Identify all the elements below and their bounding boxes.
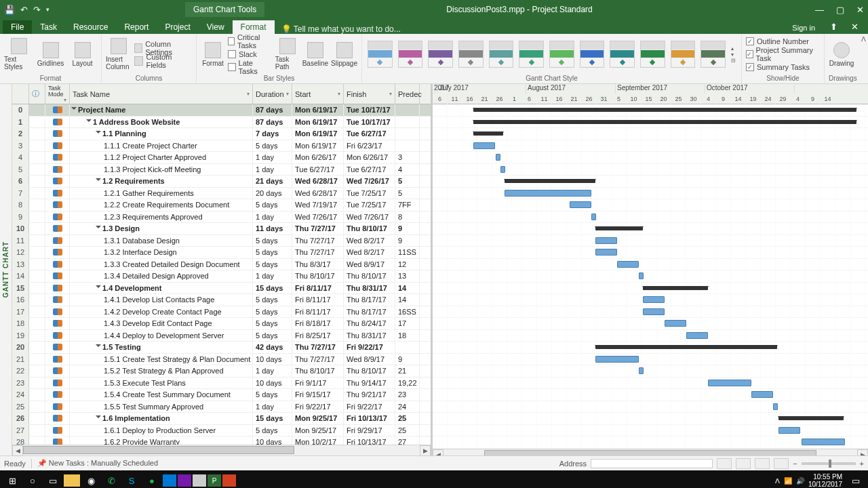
gantt-style-swatch[interactable] [519, 41, 544, 68]
tab-report[interactable]: Report [116, 20, 157, 34]
task-bar[interactable] [778, 427, 800, 434]
gantt-row[interactable] [433, 128, 868, 140]
task-bar[interactable] [802, 439, 845, 445]
table-row[interactable]: 171.4.2 Develop Create Contact Page5 day… [12, 306, 431, 319]
app-icon-3[interactable] [222, 474, 236, 487]
view-resource-sheet-icon[interactable] [774, 458, 789, 469]
table-row[interactable]: 121.3.2 Interface Design5 daysThu 7/27/1… [12, 247, 431, 259]
maximize-icon[interactable]: ▢ [836, 5, 844, 15]
zoom-out-icon[interactable]: − [793, 460, 797, 468]
table-row[interactable]: 141.3.4 Detailed Design Approved1 dayThu… [12, 270, 431, 283]
gridlines-button[interactable]: Gridlines [36, 35, 65, 73]
gantt-style-swatch[interactable] [458, 41, 484, 68]
table-row[interactable]: 221.5.2 Test Strategy & Plan Approved1 d… [12, 365, 431, 378]
gantt-row[interactable] [433, 436, 868, 449]
gantt-row[interactable] [433, 270, 868, 283]
gantt-row[interactable] [433, 283, 868, 295]
gantt-style-swatch[interactable] [398, 41, 423, 68]
summary-bar[interactable] [505, 179, 595, 183]
task-bar[interactable] [595, 237, 617, 244]
tab-format[interactable]: Format [233, 20, 275, 34]
gantt-style-swatch[interactable] [549, 41, 574, 68]
custom-fields-button[interactable]: Custom Fields [134, 55, 192, 66]
tab-view[interactable]: View [199, 20, 233, 34]
table-row[interactable]: 161.4.1 Develop List Contacts Page5 days… [12, 294, 431, 306]
task-bar[interactable] [639, 367, 644, 374]
scroll-right-icon[interactable]: ▶ [420, 445, 431, 456]
collapse-ribbon-icon[interactable]: ᐱ [861, 35, 866, 43]
project-summary-checkbox[interactable]: Project Summary Task [746, 48, 820, 60]
table-row[interactable]: 21.1 Planning7 daysMon 6/19/17Tue 6/27/1… [12, 128, 431, 140]
format-button[interactable]: Format [201, 35, 225, 73]
table-row[interactable]: 151.4 Development15 daysFri 8/11/17Thu 8… [12, 283, 431, 295]
col-rownum[interactable] [12, 84, 29, 104]
zoom-in-icon[interactable]: + [860, 460, 864, 468]
gantt-row[interactable] [433, 247, 868, 259]
sheet-body[interactable]: 0Project Name87 daysMon 6/19/17Tue 10/17… [12, 104, 431, 445]
gantt-row[interactable] [433, 413, 868, 425]
summary-bar[interactable] [595, 226, 643, 230]
col-info[interactable]: ⓘ [29, 84, 45, 104]
table-row[interactable]: 281.6.2 Provide Warranty10 daysMon 10/2/… [12, 436, 431, 445]
view-team-planner-icon[interactable] [755, 458, 770, 469]
gantt-row[interactable] [433, 223, 868, 235]
help-close-icon[interactable]: ✕ [844, 20, 865, 34]
table-row[interactable]: 101.3 Design11 daysThu 7/27/17Thu 8/10/1… [12, 223, 431, 235]
drawing-button[interactable]: Drawing [829, 35, 854, 73]
gallery-more-icon[interactable]: ▴▾⊟ [730, 45, 737, 64]
summary-bar[interactable] [473, 120, 856, 124]
sign-in-link[interactable]: Sign in [784, 22, 823, 34]
gantt-row[interactable] [433, 188, 868, 200]
table-row[interactable]: 211.5.1 Create Test Strategy & Plan Docu… [12, 354, 431, 366]
view-gantt-icon[interactable] [717, 458, 732, 469]
summary-tasks-checkbox[interactable]: Summary Tasks [746, 61, 810, 73]
critical-tasks-checkbox[interactable]: Critical Tasks [228, 36, 273, 47]
gantt-row[interactable] [433, 342, 868, 354]
tab-file[interactable]: File [3, 20, 32, 34]
task-bar[interactable] [505, 190, 591, 197]
gantt-row[interactable] [433, 401, 868, 413]
spotify-icon[interactable]: ● [142, 472, 161, 488]
table-row[interactable]: 131.3.3 Created Detailed Design Document… [12, 259, 431, 271]
table-row[interactable]: 201.5 Testing42 daysThu 7/27/17Fri 9/22/… [12, 342, 431, 354]
column-settings-button[interactable]: Column Settings [134, 42, 192, 54]
gantt-hscroll[interactable]: ◀ ▶ [433, 449, 868, 456]
whatsapp-icon[interactable]: ✆ [102, 472, 121, 488]
gantt-style-swatch[interactable] [428, 41, 453, 68]
zoom-slider[interactable] [802, 462, 856, 465]
gantt-row[interactable] [433, 104, 868, 117]
table-row[interactable]: 271.6.1 Deploy to Production Server5 day… [12, 425, 431, 437]
undo-icon[interactable]: ↶ [20, 5, 28, 15]
gantt-style-swatch[interactable] [701, 41, 726, 68]
col-duration[interactable]: Duration▾ [253, 84, 292, 104]
table-row[interactable]: 41.1.2 Project Charter Approved1 dayMon … [12, 152, 431, 164]
table-row[interactable]: 71.2.1 Gather Requirements20 daysWed 6/2… [12, 188, 431, 200]
task-bar[interactable] [665, 320, 686, 327]
cortana-icon[interactable]: ○ [23, 472, 42, 488]
gantt-row[interactable] [433, 425, 868, 437]
scroll-right-icon[interactable]: ▶ [857, 449, 868, 456]
task-bar[interactable] [595, 356, 639, 363]
gantt-row[interactable] [433, 140, 868, 152]
table-row[interactable]: 231.5.3 Execute Test Plans10 daysFri 9/1… [12, 378, 431, 390]
gantt-row[interactable] [433, 306, 868, 319]
gantt-row[interactable] [433, 235, 868, 247]
gantt-body[interactable] [433, 104, 868, 449]
task-bar[interactable] [496, 154, 500, 161]
baseline-button[interactable]: Baseline [302, 35, 328, 73]
app-icon-2[interactable] [193, 474, 206, 487]
start-icon[interactable]: ⊞ [3, 472, 22, 488]
tray-up-icon[interactable]: ᐱ [775, 477, 780, 485]
table-row[interactable]: 181.4.3 Develop Edit Contact Page5 daysF… [12, 318, 431, 330]
tab-task[interactable]: Task [32, 20, 65, 34]
col-start[interactable]: Start▾ [292, 84, 344, 104]
gantt-row[interactable] [433, 365, 868, 378]
gantt-style-swatch[interactable] [671, 41, 696, 68]
table-row[interactable]: 251.5.5 Test Summary Approved1 dayFri 9/… [12, 401, 431, 413]
text-styles-button[interactable]: Text Styles [4, 35, 33, 73]
summary-bar[interactable] [595, 345, 777, 349]
table-row[interactable]: 31.1.1 Create Project Charter5 daysMon 6… [12, 140, 431, 152]
tell-me-search[interactable]: 💡 Tell me what you want to do... [281, 24, 401, 34]
gantt-style-swatch[interactable] [489, 41, 514, 68]
task-bar[interactable] [591, 214, 596, 220]
